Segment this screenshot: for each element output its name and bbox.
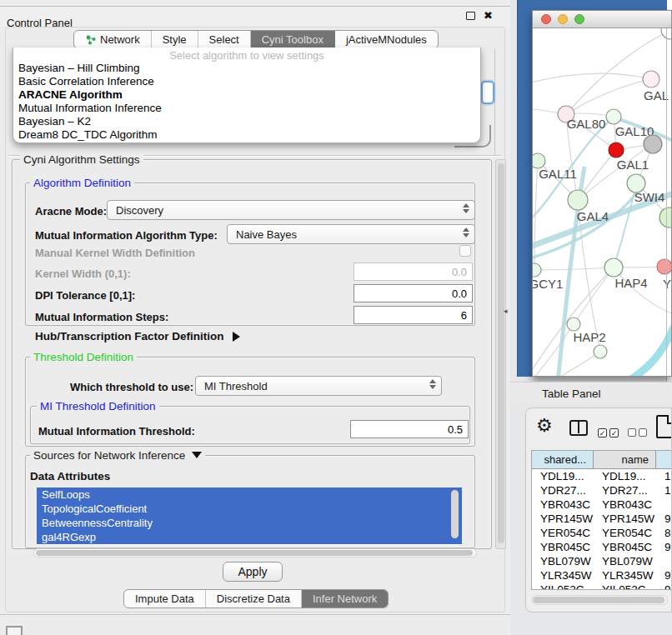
algorithm-option[interactable]: ARACNE Algorithm (13, 88, 480, 102)
attribute-item-selected[interactable]: BetweennessCentrality (37, 516, 462, 530)
kernel-width-label: Kernel Width (0,1): (35, 268, 131, 280)
tab-style[interactable]: Style (152, 31, 198, 48)
aracne-mode-combobox[interactable]: Discovery (107, 200, 475, 220)
algorithm-option[interactable]: Dream8 DC_TDC Algorithm (13, 128, 480, 142)
manual-kernel-checkbox[interactable] (459, 245, 471, 257)
checked-boxes-icon[interactable]: ✓✓ (598, 424, 621, 439)
inference-algorithm-combo-fragment[interactable] (481, 81, 494, 104)
unchecked-boxes-icon[interactable] (628, 425, 649, 440)
node-label: HAP4 (614, 276, 647, 290)
network-window-titlebar[interactable] (533, 11, 671, 28)
splitter-collapse-icon[interactable]: ◂ (504, 307, 508, 315)
network-node-gal1[interactable] (609, 142, 624, 158)
hub-section-toggle[interactable]: Hub/Transcription Factor Definition (35, 330, 240, 342)
mi-type-value: Naive Bayes (236, 228, 297, 241)
tab-label: Discretize Data (217, 592, 290, 605)
network-view-window[interactable]: GALGAL80GAL10GAL1GAL11SWI4GAL4GCY1HAP4YH… (532, 10, 672, 377)
attribute-item-selected[interactable]: gal4RGexp (37, 530, 462, 544)
table-row[interactable]: YBL079WYBL079W (532, 554, 672, 568)
network-node[interactable] (659, 208, 672, 228)
table-cell: YLR345W (532, 568, 594, 582)
mi-type-combobox[interactable]: Naive Bayes (227, 224, 475, 244)
network-node-gal[interactable] (643, 71, 659, 88)
cyni-settings-legend: Cyni Algorithm Settings (20, 153, 143, 166)
settings-hscrollbar[interactable] (33, 548, 477, 558)
table-hscrollbar[interactable] (531, 595, 668, 605)
dpi-tolerance-label: DPI Tolerance [0,1]: (35, 289, 135, 302)
network-node[interactable] (594, 345, 607, 358)
node-table[interactable]: shared...nameA YDL19...YDL19...13YDR27..… (531, 450, 672, 590)
table-cell: YDR27... (594, 483, 656, 498)
algorithm-option[interactable]: Basic Correlation Inference (13, 75, 480, 88)
close-traffic-light[interactable] (541, 14, 551, 24)
table-cell: YBR045C (532, 540, 594, 554)
table-row[interactable]: YDL19...YDL19...13 (532, 469, 672, 483)
float-window-icon[interactable] (466, 12, 475, 20)
collapse-arrow-icon (192, 452, 202, 458)
scrollbar-thumb[interactable] (498, 163, 504, 543)
table-row[interactable]: YPR145WYPR145W9. (532, 512, 672, 526)
table-hscrollbar-thumb[interactable] (533, 597, 664, 603)
document-icon[interactable] (656, 415, 672, 438)
attribute-item-selected[interactable]: TopologicalCoefficient (37, 502, 462, 516)
minimize-traffic-light[interactable] (558, 14, 568, 24)
panel-edge-line (494, 48, 495, 155)
tab-infer-network[interactable]: Infer Network (302, 590, 388, 608)
expand-arrow-icon (233, 332, 240, 342)
network-canvas[interactable]: GALGAL80GAL10GAL1GAL11SWI4GAL4GCY1HAP4YH… (533, 28, 672, 377)
apply-button[interactable]: Apply (223, 562, 283, 582)
data-attributes-list[interactable]: SelfLoopsTopologicalCoefficientBetweenne… (37, 488, 462, 545)
attribute-item-selected[interactable]: SelfLoops (37, 488, 462, 502)
network-node-gal4[interactable] (568, 190, 588, 210)
network-node-y[interactable] (657, 259, 672, 274)
split-column-icon[interactable] (569, 420, 588, 436)
tab-network[interactable]: Network (74, 31, 152, 48)
tab-discretize-data[interactable]: Discretize Data (206, 590, 302, 608)
tab-label: Infer Network (313, 592, 377, 605)
mi-threshold-field[interactable]: 0.5 (350, 420, 469, 438)
tab-jactivemnodules[interactable]: jActiveMNodules (335, 31, 438, 48)
close-icon[interactable]: ✖ (484, 9, 493, 22)
attributes-scrollbar-thumb[interactable] (451, 490, 459, 538)
tab-cyni-toolbox[interactable]: Cyni Toolbox (251, 31, 335, 48)
settings-scrollbar[interactable] (495, 159, 506, 549)
hscrollbar-thumb[interactable] (36, 550, 473, 556)
manual-kernel-label: Manual Kernel Width Definition (35, 247, 195, 259)
threshold-legend: Threshold Definition (30, 351, 137, 363)
table-row[interactable]: YBR043CYBR043C (532, 498, 672, 512)
network-node-gcy1[interactable] (533, 263, 541, 277)
column-header[interactable]: A (656, 451, 672, 469)
sources-legend[interactable]: Sources for Network Inference (30, 449, 205, 462)
network-node-gal10[interactable] (606, 109, 621, 124)
column-header[interactable]: name (594, 451, 656, 469)
tab-select[interactable]: Select (198, 31, 251, 48)
algorithm-option[interactable]: Mutual Information Inference (13, 102, 480, 115)
dropdown-placeholder: Select algorithm to view settings (13, 48, 480, 62)
gear-icon[interactable]: ⚙ (536, 415, 553, 437)
mi-steps-field[interactable]: 6 (354, 306, 473, 324)
table-cell: YER054C (532, 526, 594, 540)
table-row[interactable]: YBR045CYBR045C9. (532, 540, 672, 554)
table-row[interactable]: YER054CYER054C8. (532, 526, 672, 540)
dock-panel-icon[interactable] (6, 626, 23, 635)
zoom-traffic-light[interactable] (574, 14, 584, 24)
dpi-tolerance-field[interactable]: 0.0 (354, 284, 473, 302)
tab-impute-data[interactable]: Impute Data (124, 590, 206, 608)
column-header[interactable]: shared... (532, 451, 594, 469)
tab-label: Select (209, 33, 239, 46)
network-node-hap2[interactable] (567, 318, 580, 331)
table-cell: YDR27... (532, 483, 594, 498)
network-node[interactable] (644, 135, 662, 153)
node-label: GAL4 (577, 209, 609, 223)
table-header-row: shared...nameA (532, 451, 672, 469)
table-cell: YBL079W (594, 554, 656, 568)
algorithm-option[interactable]: Bayesian – K2 (13, 115, 480, 128)
which-threshold-combobox[interactable]: MI Threshold (195, 376, 442, 396)
table-row[interactable]: YDR27...YDR27...12 (532, 483, 672, 498)
algorithm-list: Bayesian – Hill ClimbingBasic Correlatio… (13, 62, 480, 142)
table-row[interactable]: YLR345WYLR345W9. (532, 568, 672, 582)
network-node-hap4[interactable] (604, 258, 623, 277)
table-row[interactable]: YIL052CYIL052C9. (532, 582, 672, 590)
algorithm-option[interactable]: Bayesian – Hill Climbing (13, 62, 480, 75)
node-label: SWI4 (634, 190, 665, 204)
